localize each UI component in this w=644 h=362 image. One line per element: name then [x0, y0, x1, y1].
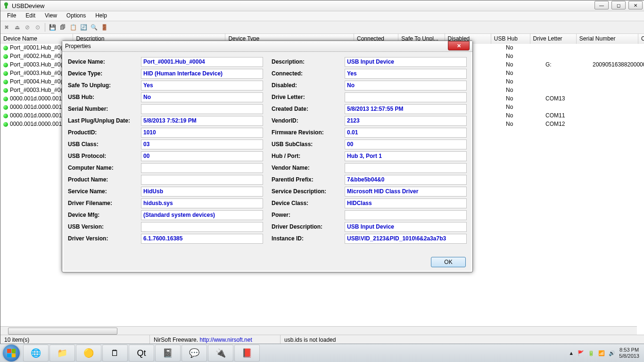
property-field: ProductID:1010: [68, 127, 263, 138]
field-label: Drive Letter:: [272, 94, 345, 100]
field-value[interactable]: Port_#0001.Hub_#0004: [141, 57, 263, 67]
menu-help[interactable]: Help: [91, 11, 112, 21]
field-value[interactable]: 6.1.7600.16385: [141, 234, 263, 244]
field-value[interactable]: 5/8/2013 12:57:55 PM: [345, 104, 467, 114]
scrollbar-thumb[interactable]: [8, 328, 117, 335]
save-icon[interactable]: 💾: [48, 23, 57, 32]
taskbar-qt[interactable]: Qt: [129, 345, 154, 362]
field-value[interactable]: USB\VID_2123&PID_1010\6&2a3a7b3: [345, 234, 467, 244]
ok-button[interactable]: OK: [431, 257, 466, 267]
field-value[interactable]: Yes: [345, 69, 467, 79]
menu-view[interactable]: View: [40, 11, 62, 21]
tray-flag-icon[interactable]: ▲: [569, 350, 574, 356]
properties-icon[interactable]: 🗐: [58, 23, 67, 32]
status-dot-icon: [3, 88, 8, 93]
taskbar-notes[interactable]: 🗒: [102, 345, 128, 362]
field-value[interactable]: hidusb.sys: [141, 198, 263, 208]
tray-volume-icon[interactable]: 🔊: [609, 350, 615, 356]
field-value[interactable]: [345, 210, 467, 220]
separator: [45, 23, 45, 32]
field-value[interactable]: 00: [141, 151, 263, 161]
taskbar-yahoo[interactable]: 💬: [182, 345, 207, 362]
field-label: Service Name:: [68, 188, 141, 195]
field-label: USB Protocol:: [68, 153, 141, 159]
field-value[interactable]: No: [141, 92, 263, 102]
field-value[interactable]: (Standard system devices): [141, 210, 263, 220]
field-value[interactable]: Microsoft HID Class Driver: [345, 187, 467, 197]
taskbar-usbdeview[interactable]: 🔌: [208, 345, 233, 362]
tray-action-center-icon[interactable]: 🚩: [578, 350, 584, 356]
field-value[interactable]: 00: [345, 140, 467, 149]
property-field: Connected:Yes: [272, 68, 467, 79]
field-value[interactable]: [141, 222, 263, 232]
property-field: Device Class:HIDClass: [272, 198, 467, 208]
svg-point-0: [4, 2, 8, 6]
minimize-button[interactable]: —: [594, 1, 609, 9]
taskbar-notepad[interactable]: 📓: [155, 345, 181, 362]
menu-file[interactable]: File: [2, 11, 21, 21]
menu-edit[interactable]: Edit: [21, 11, 40, 21]
enable-icon[interactable]: ⊙: [33, 23, 42, 32]
menu-options[interactable]: Options: [62, 11, 91, 21]
field-value[interactable]: USB Input Device: [345, 57, 467, 67]
field-value[interactable]: 7&bbe5b04&0: [345, 175, 467, 185]
copy-icon[interactable]: 📋: [69, 23, 77, 32]
field-value[interactable]: 2123: [345, 116, 467, 126]
field-value[interactable]: [345, 92, 467, 102]
horizontal-scrollbar[interactable]: [0, 326, 637, 335]
tray-clock[interactable]: 8:53 PM 5/8/2013: [619, 347, 639, 359]
system-tray[interactable]: ▲ 🚩 🔋 📶 🔊 8:53 PM 5/8/2013: [564, 347, 644, 359]
field-value[interactable]: [345, 163, 467, 173]
property-field: Device Mfg:(Standard system devices): [68, 210, 263, 220]
tray-time: 8:53 PM: [619, 347, 639, 353]
field-value[interactable]: [141, 163, 263, 173]
options-icon[interactable]: 🔍: [90, 23, 98, 32]
col-drive-letter[interactable]: Drive Letter: [530, 34, 577, 44]
status-dot-icon: [3, 105, 8, 110]
taskbar-chrome[interactable]: 🟡: [76, 345, 101, 362]
tray-battery-icon[interactable]: 🔋: [588, 350, 594, 356]
status-dot-icon: [3, 114, 8, 118]
col-serial[interactable]: Serial Number: [577, 34, 638, 44]
field-label: Service Description:: [272, 188, 345, 195]
property-field: Firmware Revision:0.01: [272, 127, 467, 138]
maximize-button[interactable]: ◻: [611, 1, 626, 9]
eject-icon[interactable]: ⏏: [13, 23, 21, 32]
property-field: Description:USB Input Device: [272, 57, 467, 67]
taskbar-ie[interactable]: 🌐: [23, 345, 49, 362]
field-value[interactable]: USB Input Device: [345, 222, 467, 232]
disconnect-icon[interactable]: ✖: [2, 23, 11, 32]
field-label: Created Date:: [272, 106, 345, 112]
field-value[interactable]: HidUsb: [141, 187, 263, 197]
property-field: VendorID:2123: [272, 115, 467, 126]
disable-icon[interactable]: ⊘: [23, 23, 32, 32]
field-value[interactable]: 03: [141, 140, 263, 149]
svg-rect-1: [5, 6, 7, 8]
exit-icon[interactable]: 🚪: [100, 23, 108, 32]
start-button[interactable]: [3, 345, 20, 362]
field-value[interactable]: [141, 104, 263, 114]
field-label: Device Type:: [68, 70, 141, 77]
field-label: Driver Version:: [68, 235, 141, 242]
status-dot-icon: [3, 46, 8, 50]
refresh-icon[interactable]: 🔄: [79, 23, 88, 32]
col-created[interactable]: Created Da: [638, 34, 644, 44]
col-usb-hub[interactable]: USB Hub: [491, 34, 530, 44]
field-label: Vendor Name:: [272, 165, 345, 171]
field-value[interactable]: 1010: [141, 128, 263, 138]
taskbar-explorer[interactable]: 📁: [50, 345, 75, 362]
taskbar-adobe[interactable]: 📕: [234, 345, 260, 362]
field-value[interactable]: 0.01: [345, 128, 467, 138]
field-value[interactable]: 5/8/2013 7:52:19 PM: [141, 116, 263, 126]
close-button[interactable]: ✕: [628, 1, 643, 9]
field-value[interactable]: HIDClass: [345, 198, 467, 208]
field-value[interactable]: [141, 175, 263, 185]
dialog-close-button[interactable]: ✕: [448, 41, 470, 50]
field-value[interactable]: Hub 3, Port 1: [345, 151, 467, 161]
nirsoft-link[interactable]: http://www.nirsoft.net: [199, 337, 252, 343]
property-field: Driver Version:6.1.7600.16385: [68, 233, 263, 244]
tray-network-icon[interactable]: 📶: [598, 350, 605, 356]
field-value[interactable]: HID (Human Interface Device): [141, 69, 263, 79]
field-value[interactable]: Yes: [141, 81, 263, 90]
field-value[interactable]: No: [345, 81, 467, 90]
